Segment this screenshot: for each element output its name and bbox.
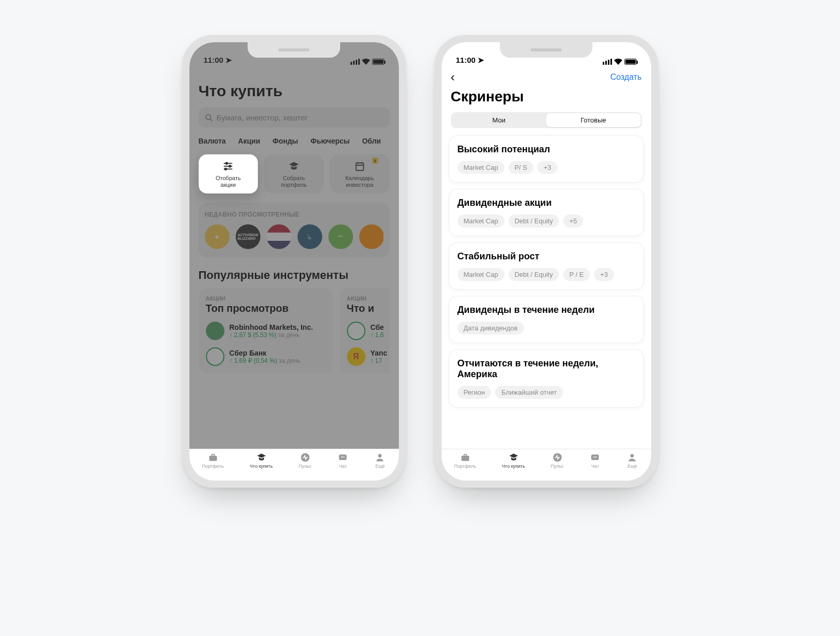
recent-item[interactable]: ACTIVISIONBLIZZARD [236, 224, 260, 249]
search-input[interactable]: Бумага, инвестор, хештег [199, 107, 390, 128]
ticker-name: Сбе [371, 323, 384, 331]
location-icon: ➤ [225, 56, 232, 65]
ticker-row[interactable]: Я Yanc ↑ 17 [347, 347, 390, 366]
screener-card[interactable]: Отчитаются в течение недели, Америка Рег… [449, 349, 644, 408]
filter-chip: +3 [594, 268, 614, 281]
card-title: Что и [347, 303, 390, 314]
signal-icon [603, 59, 612, 65]
battery-icon [372, 59, 384, 65]
tab-label: Пульс [551, 464, 564, 469]
svg-point-25 [594, 456, 596, 457]
recent-item[interactable]: 〰 [328, 224, 353, 249]
segmented-control: Мои Готовые [451, 112, 642, 128]
ticker-name: Yanc [371, 349, 388, 357]
signal-icon [351, 59, 360, 65]
ticker-logo [206, 347, 224, 366]
screener-title: Высокий потенциал [458, 144, 635, 155]
ticker-period: за день [279, 357, 301, 364]
badge: 1 [372, 157, 378, 164]
battery-icon [624, 59, 637, 65]
svg-line-1 [210, 119, 212, 121]
svg-point-5 [226, 163, 228, 165]
recent-item[interactable]: ◆ [205, 224, 230, 249]
page-title: Скринеры [442, 84, 651, 105]
ticker-row[interactable]: Robinhood Markets, Inc. ↑ 2,87 $ (5,53 %… [206, 322, 325, 340]
filter-chip: +3 [537, 161, 557, 174]
tab-bar: Портфель Что купить Пульс Чат Ещё [189, 449, 399, 481]
tab-chat[interactable]: Чат [337, 452, 348, 469]
ticker-delta: ↑ 17 [371, 357, 382, 364]
quick-investor-calendar[interactable]: 1 Календарь инвестора [330, 154, 390, 193]
recent-item[interactable]: 🗽 [297, 224, 322, 249]
tab-portfolio[interactable]: Портфель [202, 452, 224, 469]
svg-point-0 [205, 114, 210, 119]
svg-point-18 [344, 456, 345, 457]
tab-chat[interactable]: Чат [589, 452, 601, 469]
create-button[interactable]: Создать [610, 73, 642, 82]
tab-label: Портфель [454, 464, 476, 469]
screener-card[interactable]: Дивиденды в течение недели Дата дивиденд… [449, 296, 644, 343]
popular-card[interactable]: АКЦИИ Топ просмотров Robinhood Markets, … [199, 288, 332, 373]
card-title: Топ просмотров [206, 303, 325, 314]
tab-label: Чат [339, 464, 347, 469]
svg-rect-21 [464, 454, 466, 456]
popular-card[interactable]: АКЦИИ Что и Сбе ↑ 1,6 Я Yanc ↑ 17 [340, 288, 390, 373]
tab-more[interactable]: Ещё [374, 452, 386, 469]
tab-what-to-buy[interactable]: Что купить [250, 452, 273, 469]
screener-title: Дивиденды в течение недели [458, 305, 635, 315]
tab-pulse[interactable]: Пульс [551, 452, 564, 469]
svg-point-19 [378, 454, 382, 457]
search-placeholder: Бумага, инвестор, хештег [217, 113, 308, 122]
wifi-icon [614, 59, 622, 65]
category-tab[interactable]: Фьючерсы [310, 137, 349, 145]
tab-more[interactable]: Ещё [626, 452, 638, 469]
briefcase-icon [207, 452, 219, 463]
notch [500, 42, 592, 58]
recent-item[interactable] [359, 224, 383, 249]
filter-chip: Market Cap [458, 215, 504, 227]
phone-right: 11:00 ➤ ‹ Создать Скринеры Мои Готовые В… [434, 35, 658, 488]
svg-point-24 [593, 456, 594, 457]
status-time: 11:00 [204, 56, 223, 64]
tab-label: Что купить [250, 464, 273, 469]
quick-build-portfolio[interactable]: Собрать портфель [264, 154, 324, 193]
quick-filter-stocks[interactable]: Отобрать акции [199, 154, 258, 193]
category-tab[interactable]: Акции [238, 137, 260, 145]
back-button[interactable]: ‹ [451, 70, 455, 84]
person-icon [626, 452, 638, 463]
svg-point-17 [342, 456, 343, 457]
tab-what-to-buy[interactable]: Что купить [502, 452, 525, 469]
svg-point-7 [225, 168, 227, 170]
category-tab[interactable]: Обли [362, 137, 381, 145]
category-tab[interactable]: Валюта [199, 137, 226, 145]
tab-label: Что купить [502, 464, 525, 469]
segment-my[interactable]: Мои [452, 113, 547, 127]
category-tab[interactable]: Фонды [272, 137, 298, 145]
ticker-period: за день [278, 331, 300, 339]
category-tabs: Валюта Акции Фонды Фьючерсы Обли [199, 137, 390, 145]
ticker-logo [206, 322, 224, 340]
filter-chip: Регион [458, 386, 492, 399]
quick-label: Отобрать акции [216, 175, 241, 188]
graduation-icon [508, 452, 519, 463]
ticker-logo: Я [347, 347, 365, 366]
graduation-icon [288, 161, 300, 172]
screener-title: Стабильный рост [458, 251, 635, 262]
tab-pulse[interactable]: Пульс [299, 452, 311, 469]
ticker-name: Robinhood Markets, Inc. [230, 323, 313, 331]
tab-portfolio[interactable]: Портфель [454, 452, 476, 469]
svg-point-26 [596, 456, 597, 457]
screener-card[interactable]: Дивидендные акции Market Cap Debt / Equi… [449, 189, 644, 236]
screener-card[interactable]: Высокий потенциал Market Cap P/ S +3 [449, 135, 644, 183]
segment-ready[interactable]: Готовые [546, 113, 641, 127]
filter-chip: P/ S [509, 161, 534, 174]
screener-title: Дивидендные акции [458, 198, 635, 208]
screener-card[interactable]: Стабильный рост Market Cap Debt / Equity… [449, 242, 644, 290]
ticker-row[interactable]: Сбе ↑ 1,6 [347, 322, 390, 340]
recent-item[interactable] [267, 224, 291, 249]
tab-bar: Портфель Что купить Пульс Чат Ещё [442, 449, 651, 481]
pulse-icon [300, 452, 311, 463]
ticker-row[interactable]: Сбер Банк ↑ 1,69 ₽ (0,54 %) за день [206, 347, 325, 366]
graduation-icon [256, 452, 267, 463]
ticker-delta: ↑ 1,6 [371, 331, 384, 339]
